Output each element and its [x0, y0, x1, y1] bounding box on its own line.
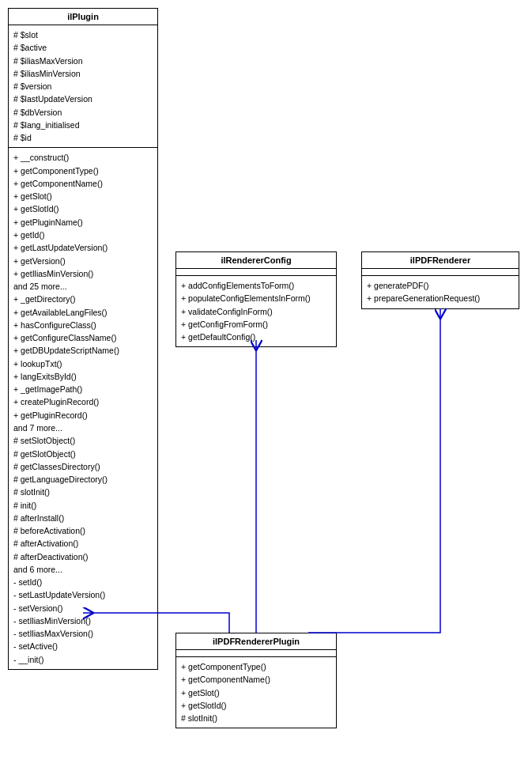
method-setVersion: - setVersion(): [13, 602, 153, 614]
attr-slot: # $slot: [13, 28, 153, 41]
attr-active: # $active: [13, 41, 153, 54]
plugin-method-slotInit: # slotInit(): [181, 712, 331, 724]
method-getComponentName: + getComponentName(): [13, 177, 153, 190]
method-getComponentType: + getComponentType(): [13, 164, 153, 177]
ilRendererConfig-methods: + addConfigElementsToForm() + populateCo…: [176, 276, 336, 346]
method-getAvailableLangFiles: + getAvailableLangFiles(): [13, 306, 153, 319]
plugin-method-getSlotId: + getSlotId(): [181, 699, 331, 712]
plugin-method-getSlot: + getSlot(): [181, 686, 331, 699]
ilRendererConfig-box: ilRendererConfig + addConfigElementsToFo…: [175, 251, 337, 347]
ilPlugin-title: ilPlugin: [9, 9, 157, 25]
attr-lastUpdateVersion: # $lastUpdateVersion: [13, 93, 153, 105]
method-getDBUpdateScriptName: + getDBUpdateScriptName(): [13, 344, 153, 357]
method-lookupTxt: + lookupTxt(): [13, 357, 153, 370]
ilPDFRenderer-box: ilPDFRenderer + generatePDF() + prepareG…: [361, 251, 519, 309]
plugin-method-getComponentType: + getComponentType(): [181, 660, 331, 673]
plugin-method-getComponentName: + getComponentName(): [181, 673, 331, 686]
ilPDFRendererPlugin-methods: + getComponentType() + getComponentName(…: [176, 657, 336, 728]
method-afterDeactivation: # afterDeactivation(): [13, 550, 153, 563]
method-getPluginRecord: + getPluginRecord(): [13, 409, 153, 422]
method-afterActivation: # afterActivation(): [13, 537, 153, 550]
method-setIliasMinVersion: - setIliasMinVersion(): [13, 614, 153, 627]
method-setId: - setId(): [13, 576, 153, 588]
attr-lang_initialised: # $lang_initialised: [13, 119, 153, 131]
method-validateConfigInForm: + validateConfigInForm(): [181, 305, 331, 318]
method-setLastUpdateVersion: - setLastUpdateVersion(): [13, 588, 153, 601]
method-getId: + getId(): [13, 229, 153, 241]
method-getIliasMinVersion: + getIliasMinVersion(): [13, 267, 153, 280]
method-setSlotObject: # setSlotObject(): [13, 434, 153, 447]
ilPDFRenderer-empty: [362, 269, 519, 276]
ilPDFRendererPlugin-empty: [176, 650, 336, 657]
ilRendererConfig-title: ilRendererConfig: [176, 252, 336, 269]
method-setIliasMaxVersion: - setIliasMaxVersion(): [13, 627, 153, 640]
method-afterInstall: # afterInstall(): [13, 512, 153, 524]
method-getLastUpdateVersion: + getLastUpdateVersion(): [13, 241, 153, 254]
ilRendererConfig-empty: [176, 269, 336, 276]
and7more-label: and 7 more...: [13, 422, 153, 434]
method-generatePDF: + generatePDF(): [367, 279, 514, 292]
attr-id: # $id: [13, 131, 153, 144]
method-addConfigElementsToForm: + addConfigElementsToForm(): [181, 279, 331, 292]
method-construct: + __construct(): [13, 151, 153, 164]
method-langExitsById: + langExitsById(): [13, 370, 153, 383]
arrow-plugin-to-ilPDFRenderer: [308, 308, 440, 633]
ilPDFRendererPlugin-box: ilPDFRendererPlugin + getComponentType()…: [175, 633, 337, 728]
diagram-container: ilPlugin # $slot # $active # $iliasMaxVe…: [0, 0, 532, 760]
and25more-label: and 25 more...: [13, 280, 153, 293]
method-setActive: - setActive(): [13, 640, 153, 652]
method-__init: - __init(): [13, 653, 153, 666]
method-getImagePath: + _getImagePath(): [13, 383, 153, 395]
method-getLanguageDirectory: # getLanguageDirectory(): [13, 473, 153, 486]
ilPlugin-attributes: # $slot # $active # $iliasMaxVersion # $…: [9, 25, 157, 148]
method-getVersion: + getVersion(): [13, 255, 153, 267]
method-createPluginRecord: + createPluginRecord(): [13, 395, 153, 408]
method-getPluginName: + getPluginName(): [13, 216, 153, 229]
ilPlugin-methods: + __construct() + getComponentType() + g…: [9, 148, 157, 669]
method-getClassesDirectory: # getClassesDirectory(): [13, 460, 153, 473]
attr-dbVersion: # $dbVersion: [13, 106, 153, 119]
method-populateConfigElementsInForm: + populateConfigElementsInForm(): [181, 292, 331, 304]
ilPDFRenderer-title: ilPDFRenderer: [362, 252, 519, 269]
method-prepareGenerationRequest: + prepareGenerationRequest(): [367, 292, 514, 304]
ilPlugin-box: ilPlugin # $slot # $active # $iliasMaxVe…: [8, 8, 158, 670]
method-getDefaultConfig: + getDefaultConfig(): [181, 331, 331, 343]
attr-iliasMinVersion: # $iliasMinVersion: [13, 67, 153, 80]
method-getDirectory: + _getDirectory(): [13, 293, 153, 305]
ilPDFRenderer-methods: + generatePDF() + prepareGenerationReque…: [362, 276, 519, 308]
method-hasConfigureClass: + hasConfigureClass(): [13, 319, 153, 331]
method-slotInit: # slotInit(): [13, 486, 153, 498]
ilPDFRendererPlugin-title: ilPDFRendererPlugin: [176, 633, 336, 650]
method-getSlotId: + getSlotId(): [13, 202, 153, 215]
method-getConfigFromForm: + getConfigFromForm(): [181, 318, 331, 331]
method-init: # init(): [13, 499, 153, 512]
attr-version: # $version: [13, 80, 153, 93]
method-beforeActivation: # beforeActivation(): [13, 524, 153, 537]
attr-iliasMaxVersion: # $iliasMaxVersion: [13, 55, 153, 67]
method-getConfigureClassName: + getConfigureClassName(): [13, 331, 153, 344]
method-getSlotObject: # getSlotObject(): [13, 448, 153, 460]
method-getSlot: + getSlot(): [13, 190, 153, 202]
and6more-label: and 6 more...: [13, 563, 153, 576]
